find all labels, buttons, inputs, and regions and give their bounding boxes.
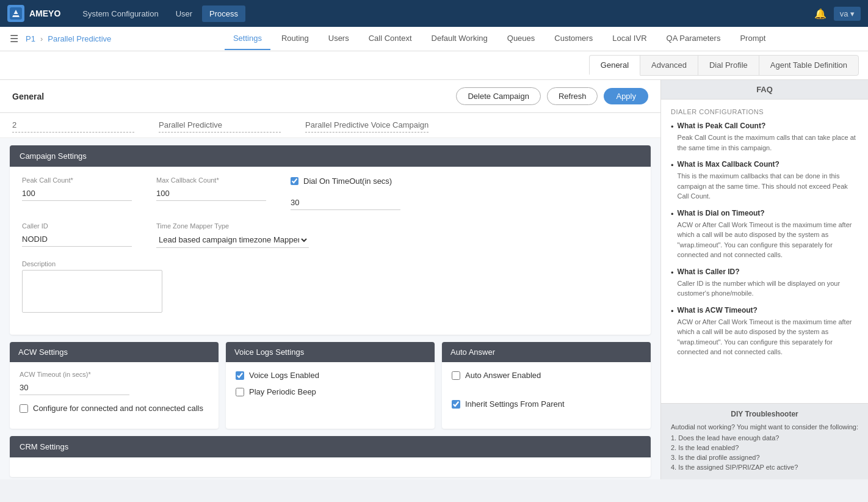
caller-id-field: Caller ID xyxy=(22,222,132,248)
dial-on-timeout-checkbox[interactable] xyxy=(291,177,298,185)
crm-settings-panel: CRM Settings xyxy=(10,436,651,477)
sub-tab-general[interactable]: General xyxy=(589,55,640,76)
configure-checkbox-row: Configure for connected and not connecte… xyxy=(20,404,209,413)
inherit-settings-label: Inherit Settings From Parent xyxy=(465,399,565,409)
campaign-field-1-value: 2 xyxy=(12,118,134,133)
tab-qa-parameters[interactable]: QA Parameters xyxy=(658,27,729,50)
play-periodic-beep-checkbox[interactable] xyxy=(236,388,244,396)
faq-question-1: What is Peak Call Count? xyxy=(678,122,858,130)
diy-section: DIY Troubleshooter Autodial not working?… xyxy=(661,403,868,479)
diy-step-1: 1. Does the lead have enough data? xyxy=(671,434,858,442)
configure-checkbox-label: Configure for connected and not connecte… xyxy=(33,404,203,413)
dial-on-timeout-field: Dial On TimeOut(in secs) xyxy=(291,176,400,210)
app-name: AMEYO xyxy=(29,9,60,18)
auto-answer-enabled-row: Auto Answer Enabled xyxy=(452,371,541,380)
configure-checkbox[interactable] xyxy=(20,404,28,413)
faq-answer-2: This is the maximum callbacks that can b… xyxy=(678,171,858,202)
diy-intro: Autodial not working? You might want to … xyxy=(671,423,858,431)
acw-settings-header: ACW Settings xyxy=(10,342,219,362)
voice-logs-enabled-label: Voice Logs Enabled xyxy=(249,371,319,380)
nav-process[interactable]: Process xyxy=(202,5,245,22)
peak-call-count-label: Peak Call Count* xyxy=(22,176,132,184)
logo-icon xyxy=(7,5,24,22)
auto-answer-checkbox[interactable] xyxy=(452,371,460,380)
header-buttons: Delete Campaign Refresh Apply xyxy=(456,87,648,105)
menu-icon[interactable]: ☰ xyxy=(10,33,18,45)
faq-answer-3: ACW or After Call Work Timeout is the ma… xyxy=(678,220,858,260)
acw-settings-body: ACW Timeout (in secs)* Configure for con… xyxy=(10,362,219,429)
tab-default-working[interactable]: Default Working xyxy=(423,27,496,50)
faq-question-3: What is Dial on Timeout? xyxy=(678,209,858,217)
campaign-settings-panel: Campaign Settings Peak Call Count* Max C… xyxy=(10,145,651,335)
notification-bell-icon[interactable]: 🔔 xyxy=(814,8,826,20)
faq-item-2: What is Max Callback Count? This is the … xyxy=(671,160,858,202)
top-nav-right: 🔔 va ▾ xyxy=(814,7,861,21)
svg-rect-2 xyxy=(13,14,18,15)
breadcrumb-p1[interactable]: P1 xyxy=(26,34,35,43)
campaign-field-3-value: Parallel Predictive Voice Campaign xyxy=(305,118,429,133)
apply-button[interactable]: Apply xyxy=(604,88,648,104)
diy-content: Autodial not working? You might want to … xyxy=(671,423,858,471)
timezone-mapper-select[interactable]: Lead based campaign timezone Mapper Syst… xyxy=(156,232,309,248)
voice-logs-checkbox[interactable] xyxy=(236,371,244,380)
caller-id-input[interactable] xyxy=(22,232,132,247)
faq-section-title: DIALER CONFIGURATIONS xyxy=(671,108,858,115)
tab-routing[interactable]: Routing xyxy=(273,27,317,50)
acw-settings-col: ACW Settings ACW Timeout (in secs)* Conf… xyxy=(10,342,219,429)
peak-call-count-input[interactable] xyxy=(22,186,132,201)
auto-answer-body: Auto Answer Enabled Inherit Settings Fro… xyxy=(442,362,651,424)
faq-answer-1: Peak Call Count is the maximum calls tha… xyxy=(678,133,858,153)
faq-item-3: What is Dial on Timeout? ACW or After Ca… xyxy=(671,209,858,260)
campaign-settings-header: Campaign Settings xyxy=(10,145,651,167)
dial-on-timeout-input[interactable] xyxy=(291,195,400,210)
tab-queues[interactable]: Queues xyxy=(499,27,544,50)
sub-tab-advanced[interactable]: Advanced xyxy=(640,55,698,76)
acw-timeout-field: ACW Timeout (in secs)* xyxy=(20,371,209,395)
sub-tab-agent-table[interactable]: Agent Table Definition xyxy=(759,55,859,76)
voice-logs-body: Voice Logs Enabled Play Periodic Beep xyxy=(226,362,435,412)
app-logo[interactable]: AMEYO xyxy=(7,5,60,22)
sub-tab-dial-profile[interactable]: Dial Profile xyxy=(698,55,759,76)
campaign-type-row: 2 Parallel Predictive Parallel Predictiv… xyxy=(0,113,660,138)
dial-on-timeout-label: Dial On TimeOut(in secs) xyxy=(303,176,392,186)
delete-campaign-button[interactable]: Delete Campaign xyxy=(456,87,540,105)
campaign-settings-row-2: Caller ID Time Zone Mapper Type Lead bas… xyxy=(22,222,638,248)
timezone-mapper-field: Time Zone Mapper Type Lead based campaig… xyxy=(156,222,309,248)
acw-timeout-input[interactable] xyxy=(20,380,129,395)
voice-logs-enabled-row: Voice Logs Enabled xyxy=(236,371,425,380)
voice-logs-header: Voice Logs Settings xyxy=(226,342,435,362)
timezone-mapper-label: Time Zone Mapper Type xyxy=(156,222,309,230)
faq-question-2: What is Max Callback Count? xyxy=(678,160,858,169)
tab-prompt[interactable]: Prompt xyxy=(731,27,774,50)
diy-step-2: 2. Is the lead enabled? xyxy=(671,444,858,451)
faq-item-4: What is Caller ID? Caller ID is the numb… xyxy=(671,267,858,299)
tab-settings[interactable]: Settings xyxy=(225,27,270,50)
content-area: General Delete Campaign Refresh Apply 2 … xyxy=(0,80,660,479)
auto-answer-enabled-label: Auto Answer Enabled xyxy=(465,371,541,380)
max-callback-count-input[interactable] xyxy=(156,186,266,201)
top-nav-links: System Configuration User Process xyxy=(75,5,245,22)
diy-step-4: 4. Is the assigned SIP/PRI/ZAP etc activ… xyxy=(671,464,858,471)
campaign-field-2-value: Parallel Predictive xyxy=(159,118,281,133)
peak-call-count-field: Peak Call Count* xyxy=(22,176,132,210)
dial-timeout-row: Dial On TimeOut(in secs) xyxy=(291,176,400,186)
tab-users[interactable]: Users xyxy=(320,27,358,50)
tab-local-ivr[interactable]: Local IVR xyxy=(604,27,655,50)
right-panel: FAQ DIALER CONFIGURATIONS What is Peak C… xyxy=(660,80,868,479)
nav-user[interactable]: User xyxy=(168,5,200,22)
nav-system-configuration[interactable]: System Configuration xyxy=(75,5,165,22)
breadcrumb: ☰ P1 › Parallel Predictive Settings Rout… xyxy=(0,27,868,51)
campaign-field-2: Parallel Predictive xyxy=(159,118,281,133)
auto-answer-col: Auto Answer Auto Answer Enabled Inherit … xyxy=(442,342,651,429)
inherit-settings-checkbox[interactable] xyxy=(452,400,460,409)
description-textarea[interactable] xyxy=(22,270,162,313)
refresh-button[interactable]: Refresh xyxy=(547,87,598,105)
tab-call-context[interactable]: Call Context xyxy=(360,27,421,50)
sub-tab-bar: General Advanced Dial Profile Agent Tabl… xyxy=(0,51,868,80)
user-badge[interactable]: va ▾ xyxy=(834,7,861,21)
campaign-field-3: Parallel Predictive Voice Campaign xyxy=(305,118,429,133)
diy-step-3: 3. Is the dial profile assigned? xyxy=(671,454,858,461)
tab-customers[interactable]: Customers xyxy=(546,27,601,50)
crm-settings-body xyxy=(10,457,651,477)
acw-timeout-label: ACW Timeout (in secs)* xyxy=(20,371,209,378)
